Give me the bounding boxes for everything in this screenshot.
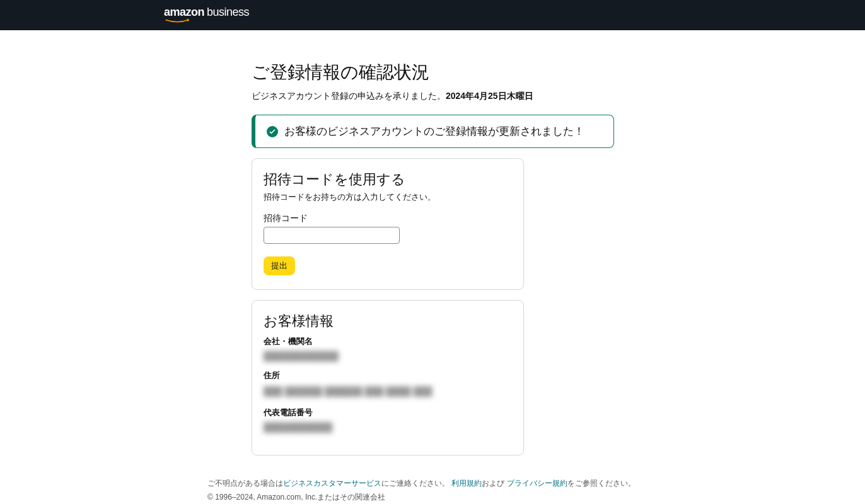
footer: ご不明点がある場合はビジネスカスタマーサービスにご連絡ください。 利用規約および… bbox=[0, 466, 865, 504]
success-alert: お客様のビジネスアカウントのご登録情報が更新されました！ bbox=[252, 115, 614, 148]
invite-code-label: 招待コード bbox=[264, 213, 512, 224]
terms-link[interactable]: 利用規約 bbox=[451, 479, 482, 488]
phone-label: 代表電話番号 bbox=[264, 407, 512, 418]
invite-code-input[interactable] bbox=[264, 227, 400, 244]
submit-button[interactable]: 提出 bbox=[264, 256, 295, 275]
logo-business-text: business bbox=[207, 6, 249, 18]
copyright-text: © 1996–2024, Amazon.com, Inc.またはその関連会社 bbox=[207, 491, 865, 504]
amazon-business-logo[interactable]: amazon business bbox=[164, 6, 249, 24]
address-label: 住所 bbox=[264, 370, 512, 381]
footer-contact-suffix: にご連絡ください。 bbox=[381, 479, 451, 488]
phone-value: ███████████ bbox=[264, 422, 512, 432]
main-content: ご登録情報の確認状況 ビジネスアカウント登録の申込みを承りました。2024年4月… bbox=[252, 30, 614, 466]
customer-info-title: お客様情報 bbox=[264, 312, 512, 331]
subtitle-date: 2024年4月25日木曜日 bbox=[446, 91, 533, 101]
page-subtitle: ビジネスアカウント登録の申込みを承りました。2024年4月25日木曜日 bbox=[252, 91, 614, 102]
customer-service-link[interactable]: ビジネスカスタマーサービス bbox=[283, 479, 381, 488]
header: amazon business bbox=[0, 0, 865, 30]
footer-contact-prefix: ご不明点がある場合は bbox=[207, 479, 283, 488]
invite-code-card: 招待コードを使用する 招待コードをお持ちの方は入力してください。 招待コード 提… bbox=[252, 158, 524, 290]
privacy-link[interactable]: プライバシー規約 bbox=[507, 479, 567, 488]
company-label: 会社・機関名 bbox=[264, 336, 512, 347]
footer-terms-middle: および bbox=[482, 479, 506, 488]
address-value: ███ ██████ ██████ ███ ████ ███ bbox=[264, 385, 512, 398]
customer-info-card: お客様情報 会社・機関名 ████████████ 住所 ███ ██████ … bbox=[252, 300, 524, 455]
amazon-smile-icon bbox=[164, 19, 195, 24]
alert-message: お客様のビジネスアカウントのご登録情報が更新されました！ bbox=[284, 124, 584, 139]
logo-amazon-text: amazon bbox=[164, 6, 204, 18]
invite-card-subtitle: 招待コードをお持ちの方は入力してください。 bbox=[264, 192, 512, 203]
subtitle-text: ビジネスアカウント登録の申込みを承りました。 bbox=[252, 91, 446, 101]
invite-card-title: 招待コードを使用する bbox=[264, 170, 512, 189]
page-title: ご登録情報の確認状況 bbox=[252, 60, 614, 84]
check-circle-icon bbox=[267, 126, 278, 137]
footer-privacy-suffix: をご参照ください。 bbox=[567, 479, 636, 488]
company-value: ████████████ bbox=[264, 351, 512, 361]
